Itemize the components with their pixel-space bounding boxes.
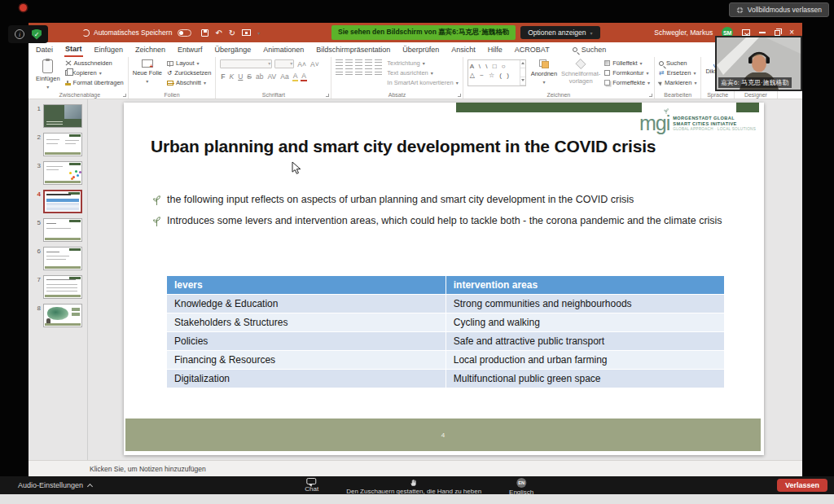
tab-uebergaenge[interactable]: Übergänge [214, 44, 252, 56]
highlight-color-button[interactable]: A [292, 72, 299, 81]
tab-einfuegen[interactable]: Einfügen [94, 44, 125, 56]
chat-button[interactable]: Chat [305, 476, 318, 493]
tab-ueberpruefen[interactable]: Überprüfen [402, 44, 440, 56]
change-case-button[interactable]: Aa [279, 72, 289, 81]
slide-5-thumbnail[interactable]: 5 [29, 218, 87, 242]
line-spacing-icon[interactable] [375, 59, 382, 66]
align-center-icon[interactable] [345, 68, 353, 75]
increase-indent-icon[interactable] [365, 59, 372, 66]
slide-1-thumbnail[interactable]: 1 [29, 104, 87, 128]
slide-7-thumbnail[interactable]: 7 [29, 275, 87, 299]
ribbon-display-options-icon[interactable] [742, 29, 750, 36]
font-color-button[interactable]: A [301, 72, 307, 81]
tab-animationen[interactable]: Animationen [262, 44, 305, 56]
font-name-combobox[interactable] [220, 59, 272, 68]
webcam-video[interactable]: 嘉宾6: 马克思·施魏格勒 [715, 36, 802, 91]
ribbon-search[interactable]: Suchen [573, 46, 607, 54]
text-direction-button[interactable]: Textrichtung▾ [387, 59, 458, 67]
notes-placeholder[interactable]: Klicken Sie, um Notizen hinzuzufügen [29, 460, 802, 476]
page-number: 4 [441, 432, 445, 439]
align-left-icon[interactable] [336, 68, 343, 75]
shrink-font-button[interactable]: A˅ [309, 60, 320, 68]
tab-hilfe[interactable]: Hilfe [487, 44, 503, 56]
quick-styles-button[interactable]: Schnellformat-vorlagen [562, 59, 599, 85]
select-button[interactable]: Markieren▾ [659, 79, 696, 86]
arrange-button[interactable]: Anordnen ▾ [531, 59, 558, 85]
find-button[interactable]: Suchen [659, 59, 696, 67]
new-slide-button[interactable]: Neue Folie ▾ [133, 59, 162, 84]
reset-button[interactable]: ↺Zurücksetzen [167, 69, 211, 77]
bold-button[interactable]: F [220, 72, 226, 81]
replace-button[interactable]: ⇄Ersetzen▾ [659, 69, 696, 77]
columns-icon[interactable] [375, 68, 382, 75]
shapes-row[interactable]: A \ \ □ ○ [470, 62, 518, 71]
align-right-icon[interactable] [355, 68, 362, 75]
strikethrough-button[interactable]: S [246, 72, 252, 81]
tab-entwurf[interactable]: Entwurf [177, 44, 204, 56]
bullet-list[interactable]: the following input reflects on aspects … [153, 194, 741, 227]
copy-button[interactable]: Kopieren▾ [65, 69, 124, 77]
dialog-launcher-icon[interactable] [326, 94, 329, 97]
section-button[interactable]: Abschnitt▾ [167, 79, 211, 86]
interpretation-language-button[interactable]: EN Englisch [509, 476, 533, 496]
customize-qat-icon[interactable]: ▾ [257, 30, 260, 36]
slide-number: 3 [29, 161, 41, 169]
undo-icon[interactable]: ↶ [215, 28, 222, 37]
tab-zeichnen[interactable]: Zeichnen [134, 44, 166, 56]
numbered-list-icon[interactable] [345, 59, 353, 66]
decrease-indent-icon[interactable] [355, 59, 362, 66]
slide-6-thumbnail[interactable]: 6 [29, 247, 87, 270]
tab-acrobat[interactable]: ACROBAT [514, 44, 551, 56]
layout-button[interactable]: Layout▾ [167, 59, 211, 67]
slide-8-thumbnail[interactable]: 8 [29, 304, 87, 327]
tab-bildschirmpraesentation[interactable]: Bildschirmpräsentation [315, 44, 391, 56]
grow-font-button[interactable]: A˄ [296, 60, 307, 68]
character-spacing-button[interactable]: AV [267, 72, 278, 81]
shapes-gallery-scrollbar[interactable] [520, 60, 525, 85]
convert-smartart-button[interactable]: In SmartArt konvertieren▾ [387, 79, 458, 86]
dialog-launcher-icon[interactable] [458, 94, 461, 97]
tab-ansicht[interactable]: Ansicht [450, 44, 476, 56]
shape-outline-button[interactable]: Formkontur▾ [604, 69, 650, 77]
underline-button[interactable]: U [237, 72, 244, 81]
audio-settings-label: Audio-Einstellungen [18, 481, 83, 489]
shape-effects-button[interactable]: Formeffekte▾ [604, 79, 650, 86]
dialog-launcher-icon[interactable] [649, 94, 652, 97]
text-shadow-button[interactable]: ab [255, 72, 264, 81]
tab-start[interactable]: Start [64, 43, 83, 57]
format-painter-button[interactable]: Format übertragen [65, 79, 124, 86]
align-text-button[interactable]: Text ausrichten▾ [387, 69, 458, 77]
raise-hand-permission-button[interactable]: Den Zuschauern gestatten, die Hand zu he… [346, 476, 481, 495]
shape-fill-button[interactable]: Fülleffekt▾ [604, 59, 650, 67]
justify-icon[interactable] [365, 68, 372, 75]
slide-3-thumbnail[interactable]: 3 [29, 161, 87, 185]
slide-2-thumbnail[interactable]: 2 [29, 133, 87, 156]
paste-button[interactable]: Einfügen ▾ [36, 59, 60, 90]
dialog-launcher-icon[interactable] [123, 94, 126, 97]
tab-datei[interactable]: Datei [35, 44, 54, 56]
levers-table[interactable]: levers intervention areas Knowledge & Ed… [167, 276, 725, 388]
share-options-button[interactable]: Optionen anzeigen ▾ [520, 26, 599, 39]
group-paragraph: Textrichtung▾ Text ausrichten▾ In SmartA… [331, 57, 463, 99]
shapes-row[interactable]: △ ~ ☆ ( ) [470, 71, 518, 80]
italic-button[interactable]: K [229, 72, 235, 81]
redo-icon[interactable]: ↻ [229, 28, 235, 37]
slide-title[interactable]: Urban planning and smart city developmen… [151, 137, 656, 156]
shapes-gallery[interactable]: A \ \ □ ○ △ ~ ☆ ( ) [467, 59, 526, 86]
slide-4-thumbnail-selected[interactable]: 4 [29, 190, 87, 213]
current-slide[interactable]: mgi MORGENSTADT GLOBAL SMART CITIES INIT… [124, 103, 764, 455]
exit-fullscreen-button[interactable]: Vollbildmodus verlassen [729, 2, 829, 17]
encryption-shield-icon[interactable]: ✓ [32, 29, 42, 40]
font-size-combobox[interactable] [274, 59, 294, 68]
restore-window-icon[interactable] [775, 30, 780, 36]
autosave-toggle[interactable] [178, 29, 191, 37]
save-icon[interactable] [201, 29, 208, 37]
meeting-info-icon[interactable]: i [15, 29, 24, 39]
powerpoint-window: Automatisches Speichern ↶ ↻ ▾ Sie sehen … [29, 23, 802, 476]
bullet-list-icon[interactable] [336, 59, 343, 66]
cut-button[interactable]: Ausschneiden [65, 59, 124, 67]
audio-settings-button[interactable]: Audio-Einstellungen [18, 481, 92, 489]
start-slideshow-icon[interactable] [242, 29, 251, 36]
minimize-icon[interactable] [759, 32, 766, 33]
leave-meeting-button[interactable]: Verlassen [777, 479, 827, 492]
